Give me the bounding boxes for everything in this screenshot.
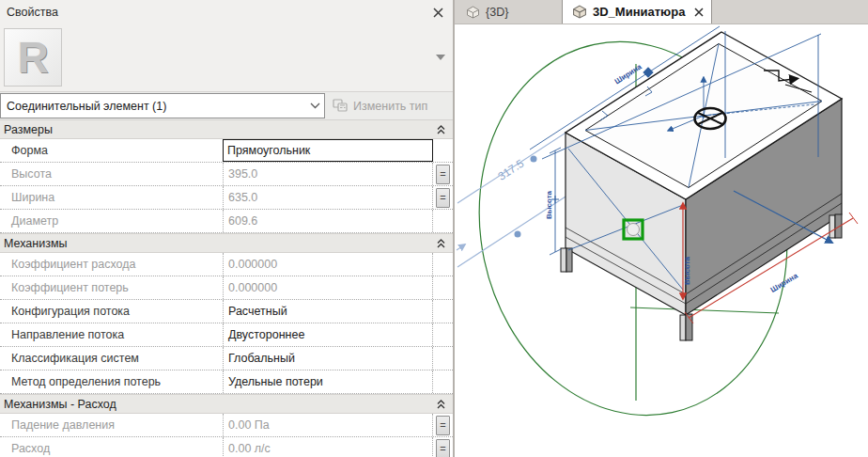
section-title: Механизмы - Расход — [4, 398, 116, 411]
section-header-dimensions[interactable]: Размеры — [0, 119, 453, 139]
revit-family-editor-window: Свойства R Соединительный элемент (1) — [0, 0, 868, 457]
width-value-field[interactable]: 635.0 — [223, 186, 433, 209]
property-row-flow: Расход 0.00 л/с = — [0, 437, 453, 457]
drawing-area: {3D} 3D_Миниатюра — [455, 0, 868, 457]
loss-method-value[interactable]: Удельные потери — [223, 370, 433, 393]
section-header-mechanical[interactable]: Механизмы — [0, 233, 453, 253]
height-label-left[interactable]: Высота — [545, 190, 553, 219]
tab-label: 3D_Миниатюра — [593, 5, 685, 19]
loss-coeff-value[interactable]: 0.000000 — [223, 276, 433, 299]
chevron-down-icon — [310, 102, 320, 109]
section-title: Механизмы — [4, 237, 68, 250]
dimension-value[interactable]: 317.5 — [495, 156, 526, 182]
properties-table: Размеры Форма Прямоугольник Высота 395.0… — [0, 119, 453, 457]
flow-direction-value[interactable]: Двустороннее — [223, 323, 433, 346]
edit-type-button[interactable]: Изменить тип — [325, 92, 453, 119]
close-icon[interactable] — [433, 8, 443, 18]
tick — [849, 213, 858, 224]
model-leg[interactable] — [680, 314, 692, 340]
connector-handle-center — [628, 224, 640, 236]
tab-label: {3D} — [486, 6, 508, 19]
family-type-preview: R — [0, 24, 453, 91]
3d-view-icon — [572, 5, 587, 19]
property-row-loss-coeff: Коэффициент потерь 0.000000 — [0, 276, 453, 300]
type-selector-row: Соединительный элемент (1) Изменить тип — [0, 91, 453, 119]
edit-type-icon — [333, 99, 349, 113]
property-row-flow-direction: Направление потока Двустороннее — [0, 323, 453, 347]
type-selector-dropdown[interactable]: Соединительный элемент (1) — [0, 93, 325, 118]
height-label-front[interactable]: Высота — [683, 256, 691, 285]
pale-arrow — [457, 244, 465, 250]
3d-viewport[interactable]: 317.5 — [455, 24, 868, 457]
section-header-mechanical-flow[interactable]: Механизмы - Расход — [0, 394, 453, 414]
family-preview-thumbnail[interactable]: R — [4, 28, 62, 87]
property-row-diameter: Диаметр 609.6 — [0, 210, 453, 233]
view-tab-bar: {3D} 3D_Миниатюра — [455, 0, 868, 24]
associate-parameter-button[interactable]: = — [436, 439, 450, 457]
associate-parameter-button[interactable]: = — [436, 188, 450, 208]
property-row-flow-coeff: Коэффициент расхода 0.000000 — [0, 253, 453, 276]
tab-3d-miniature[interactable]: 3D_Миниатюра — [562, 0, 712, 24]
associate-parameter-button[interactable]: = — [436, 165, 450, 184]
tab-3d-default[interactable]: {3D} — [457, 1, 554, 24]
property-row-loss-method: Метод определения потерь Удельные потери — [0, 370, 453, 394]
revit-family-logo: R — [17, 36, 48, 79]
associate-parameter-button[interactable]: = — [436, 416, 450, 435]
shape-value-field[interactable]: Прямоугольник — [223, 139, 433, 162]
close-tab-icon[interactable] — [694, 8, 704, 17]
collapse-section-icon[interactable] — [437, 125, 445, 134]
property-row-shape: Форма Прямоугольник — [0, 139, 453, 163]
property-row-flow-config: Конфигурация потока Расчетный — [0, 300, 453, 323]
property-row-system-class: Классификация систем Глобальный — [0, 347, 453, 370]
height-value-field[interactable]: 395.0 — [223, 163, 433, 185]
flow-config-value[interactable]: Расчетный — [223, 300, 433, 323]
collapse-section-icon[interactable] — [437, 400, 445, 409]
3d-view-icon — [466, 6, 480, 19]
section-title: Размеры — [4, 123, 53, 136]
type-selector-value: Соединительный элемент (1) — [7, 100, 166, 113]
flow-value[interactable]: 0.00 л/с — [223, 437, 433, 457]
property-row-height: Высота 395.0 = — [0, 163, 453, 186]
system-class-value[interactable]: Глобальный — [223, 347, 433, 370]
width-label-bottom[interactable]: Ширина — [769, 271, 800, 294]
dimension-grip[interactable] — [531, 156, 537, 163]
property-row-pressure-drop: Падение давления 0.00 Па = — [0, 414, 453, 437]
properties-panel: Свойства R Соединительный элемент (1) — [0, 0, 455, 457]
width-label-top[interactable]: Ширина — [613, 62, 643, 86]
chevron-down-icon[interactable] — [436, 55, 445, 60]
model-leg[interactable] — [561, 248, 572, 272]
dimension-grip[interactable] — [515, 231, 521, 238]
properties-panel-header: Свойства — [0, 0, 453, 24]
properties-panel-title: Свойства — [7, 6, 58, 19]
collapse-section-icon[interactable] — [437, 239, 445, 248]
diameter-value-field[interactable]: 609.6 — [223, 210, 433, 232]
3d-model-drawing: 317.5 — [455, 24, 868, 457]
property-row-width: Ширина 635.0 = — [0, 186, 453, 210]
pressure-drop-value[interactable]: 0.00 Па — [223, 414, 433, 436]
edit-type-label: Изменить тип — [353, 100, 427, 113]
flow-coeff-value[interactable]: 0.000000 — [223, 253, 433, 276]
